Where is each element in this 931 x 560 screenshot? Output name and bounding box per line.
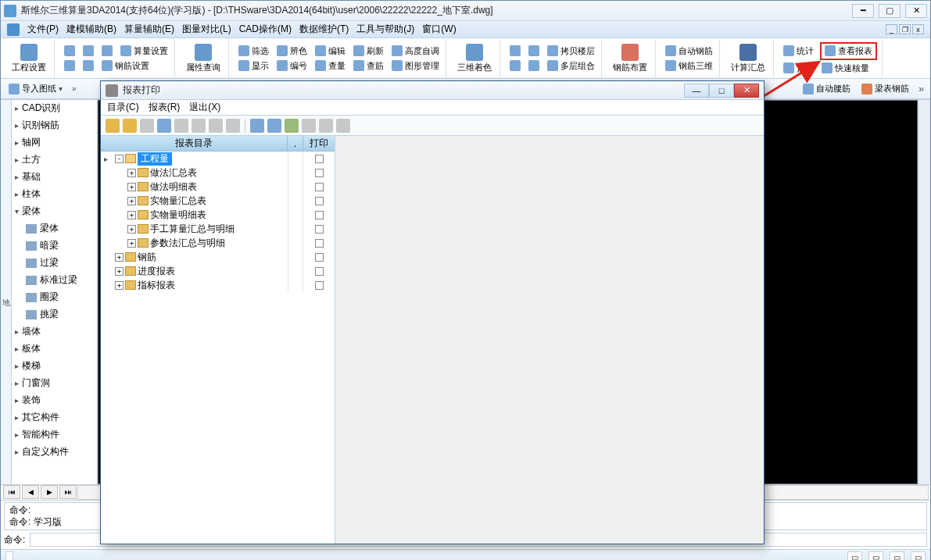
cube2-button[interactable]	[527, 45, 541, 58]
tb-uncheckall-icon[interactable]	[226, 119, 240, 133]
save-button[interactable]	[100, 45, 114, 58]
multi-floor-button[interactable]: 多层组合	[546, 59, 596, 73]
sidebar-item[interactable]: ▸装饰	[12, 392, 97, 409]
expand-toggle[interactable]: +	[127, 225, 136, 234]
slice1-button[interactable]	[508, 59, 522, 73]
toolbar-overflow-icon[interactable]: »	[72, 84, 77, 93]
number-button[interactable]: 编号	[275, 59, 309, 73]
import-drawing-button[interactable]: 导入图纸▾	[7, 82, 64, 95]
letter-a-button[interactable]	[63, 59, 77, 73]
open-button[interactable]	[81, 45, 95, 58]
sidebar-item[interactable]: ▸土方	[12, 152, 97, 169]
expand-toggle[interactable]: +	[115, 281, 124, 290]
tb-print-icon[interactable]	[250, 119, 264, 133]
dialog-maximize-button[interactable]: □	[709, 84, 734, 98]
toolbar-expand-icon[interactable]: »	[918, 84, 924, 95]
calc-settings-button[interactable]: 算量设置	[119, 45, 170, 58]
menu-file[interactable]: 文件(P)	[27, 23, 59, 36]
tree-row[interactable]: +做法明细表	[101, 180, 335, 194]
print-checkbox[interactable]	[315, 281, 324, 290]
print-checkbox[interactable]	[315, 211, 324, 219]
print-checkbox[interactable]	[315, 197, 324, 205]
tree-row[interactable]: +钢筋	[101, 250, 335, 264]
sidebar-item[interactable]: 标准过梁	[12, 272, 97, 289]
view-report-button[interactable]: 查看报表	[820, 42, 877, 60]
tb-save-icon[interactable]	[140, 119, 154, 133]
print-checkbox[interactable]	[315, 225, 324, 234]
tree-row[interactable]: ▸-工程量	[101, 152, 335, 166]
tab-prev-button[interactable]: ◀	[22, 485, 39, 499]
3d-shade-button[interactable]: 三维着色	[454, 42, 495, 75]
edit-button[interactable]: 编辑	[313, 45, 347, 58]
tree-row[interactable]: +参数法汇总与明细	[101, 236, 335, 250]
tb-delete-icon[interactable]	[174, 119, 188, 133]
drawing-mgr-button[interactable]: 图形管理	[390, 59, 441, 73]
menu-window[interactable]: 窗口(W)	[422, 23, 456, 36]
tab-first-button[interactable]: ⏮	[3, 485, 20, 499]
tb-page-icon[interactable]	[302, 119, 316, 133]
beam-table-button[interactable]: 梁表钢筋	[860, 82, 911, 95]
close-button[interactable]: ✕	[905, 4, 927, 18]
tb-open-icon[interactable]	[106, 119, 120, 133]
sidebar-item[interactable]: 暗梁	[12, 237, 97, 255]
cube1-button[interactable]	[508, 45, 522, 58]
tb-export-icon[interactable]	[267, 119, 281, 133]
rebar-layout-button[interactable]: 钢筋布置	[610, 42, 650, 75]
sidebar-item[interactable]: ▸柱体	[12, 186, 97, 203]
sidebar-item[interactable]: ▸门窗洞	[12, 375, 97, 392]
menu-calc[interactable]: 算量辅助(E)	[124, 23, 174, 36]
tb-excel-icon[interactable]	[285, 119, 299, 133]
tree-row[interactable]: +实物量汇总表	[101, 194, 335, 208]
display-button[interactable]: 显示	[237, 59, 270, 73]
left-edge-handle[interactable]: 地	[1, 100, 12, 484]
mdi-restore-button[interactable]: ❐	[899, 24, 911, 34]
sidebar-item[interactable]: ▸楼梯	[12, 358, 97, 375]
tb-cut-icon[interactable]	[192, 119, 206, 133]
expand-toggle[interactable]: +	[127, 169, 136, 177]
menu-data[interactable]: 数据维护(T)	[299, 23, 349, 36]
mdi-min-button[interactable]: _	[886, 24, 897, 34]
tb-checkall-icon[interactable]	[209, 119, 223, 133]
tree-row[interactable]: +做法汇总表	[101, 166, 335, 180]
sidebar-item[interactable]: ▸其它构件	[12, 409, 97, 426]
expand-toggle[interactable]: +	[115, 253, 124, 262]
print-checkbox[interactable]	[315, 239, 324, 248]
tb-copy-icon[interactable]	[157, 119, 171, 133]
height-adjust-button[interactable]: 高度自调	[390, 45, 441, 58]
sidebar-item[interactable]: ▸CAD识别	[12, 100, 97, 117]
copy-floor-button[interactable]: 拷贝楼层	[546, 45, 596, 58]
expand-toggle[interactable]: +	[127, 239, 136, 248]
menu-cad[interactable]: CAD操作(M)	[239, 23, 292, 36]
sidebar-item[interactable]: 梁体	[12, 220, 97, 237]
sidebar-item[interactable]: ▸自定义构件	[12, 444, 97, 461]
tree-row[interactable]: +手工算量汇总与明细	[101, 222, 335, 236]
sidebar-item[interactable]: ▸轴网	[12, 134, 97, 152]
sidebar-item[interactable]: 挑梁	[12, 306, 97, 323]
expand-toggle[interactable]: -	[115, 155, 124, 163]
expand-toggle[interactable]: +	[127, 183, 136, 191]
tb-next-icon[interactable]	[336, 119, 350, 133]
status-seg2[interactable]: ▭	[847, 551, 862, 561]
status-seg4[interactable]: ▭	[890, 551, 904, 561]
quick-check-button[interactable]: 快速核量	[820, 62, 871, 75]
dialog-titlebar[interactable]: 报表打印 — □ ✕	[101, 81, 764, 100]
preview-button[interactable]: 预览	[782, 62, 815, 75]
calc-summary-button[interactable]: 计算汇总	[728, 42, 768, 75]
property-query-button[interactable]: 属性查询	[183, 42, 224, 75]
tab-next-button[interactable]: ▶	[41, 485, 58, 499]
mdi-close-button[interactable]: x	[912, 24, 924, 34]
tree-row[interactable]: +进度报表	[101, 264, 335, 278]
project-settings-button[interactable]: 工程设置	[9, 42, 49, 75]
vertical-scrollbar[interactable]	[918, 100, 930, 484]
sidebar-item[interactable]: ▸墙体	[12, 323, 97, 341]
auto-waist-button[interactable]: 自动腰筋	[801, 82, 852, 95]
print-checkbox[interactable]	[315, 183, 324, 191]
status-seg3[interactable]: ▭	[868, 551, 883, 561]
expand-toggle[interactable]: +	[115, 267, 124, 276]
check-qty-button[interactable]: 查量	[313, 59, 347, 73]
tree-row[interactable]: +实物量明细表	[101, 208, 335, 222]
stats-button[interactable]: 统计	[782, 42, 815, 60]
sidebar-item[interactable]: ▸智能构件	[12, 426, 97, 444]
menu-compare[interactable]: 图量对比(L)	[182, 23, 231, 36]
sidebar-item[interactable]: 圈梁	[12, 289, 97, 306]
